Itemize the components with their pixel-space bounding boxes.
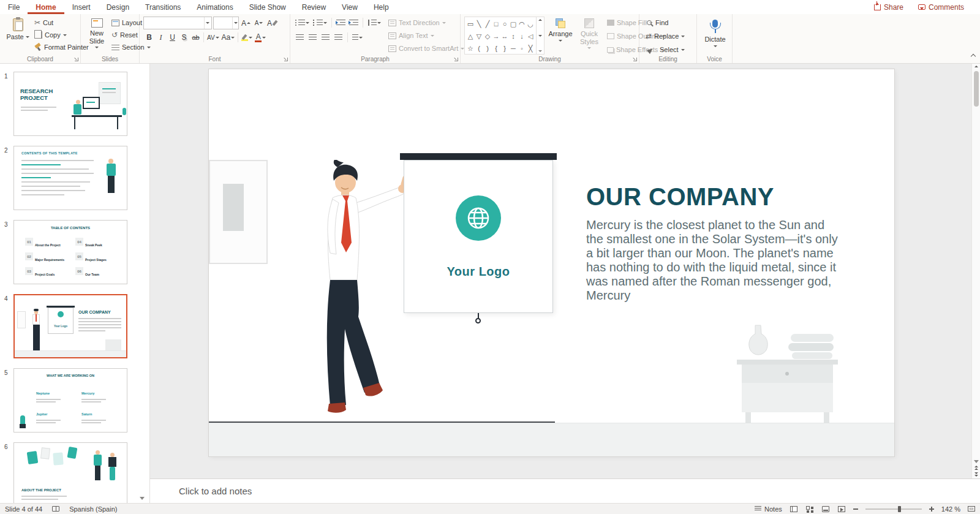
text-direction-button[interactable]: Text Direction (386, 17, 467, 29)
paste-button[interactable]: Paste (4, 17, 32, 53)
slide-thumbnail-2[interactable]: CONTENTS OF THIS TEMPLATE (13, 146, 127, 210)
collapse-ribbon-button[interactable] (971, 50, 975, 61)
notes-placeholder[interactable]: Click to add notes (150, 486, 252, 496)
reading-view-button[interactable] (821, 505, 830, 513)
italic-button[interactable]: I (155, 31, 167, 43)
shape-cell[interactable]: ╱ (486, 21, 490, 28)
slide-sorter-view-button[interactable] (805, 505, 814, 513)
find-button[interactable]: Find (643, 17, 694, 29)
shape-cell[interactable]: ◁ (528, 33, 533, 40)
shape-cell[interactable]: ▽ (477, 33, 481, 40)
font-name-dropdown[interactable] (204, 17, 211, 29)
shape-cell[interactable]: ◡ (527, 21, 533, 28)
shape-cell[interactable]: ↓ (520, 33, 524, 40)
clear-formatting-button[interactable]: A (266, 17, 279, 29)
arrange-button[interactable]: Arrange (547, 17, 574, 56)
slide-canvas-area[interactable]: Your Logo OUR COMPANY Mercury is the clo… (150, 64, 971, 478)
align-left-button[interactable] (294, 31, 306, 43)
decrease-indent-button[interactable] (335, 17, 347, 29)
nightstand-illustration[interactable] (737, 322, 838, 428)
text-shadow-button[interactable]: S (178, 31, 190, 43)
spell-check-icon[interactable] (52, 506, 59, 512)
shape-cell[interactable]: ╲ (477, 21, 481, 28)
vertical-scrollbar[interactable] (971, 64, 980, 478)
line-spacing-button[interactable] (366, 17, 382, 29)
font-name-input[interactable] (144, 17, 204, 29)
comments-button[interactable]: Comments (918, 3, 964, 12)
shape-cell[interactable]: { (495, 45, 497, 52)
new-slide-button[interactable]: New Slide (85, 17, 109, 53)
shrink-font-button[interactable]: A (253, 17, 265, 29)
shape-cell[interactable]: } (503, 45, 506, 52)
zoom-slider[interactable] (865, 508, 922, 510)
strikethrough-button[interactable]: ab (190, 31, 202, 43)
change-case-button[interactable]: Aa (221, 31, 236, 43)
tab-file[interactable]: File (0, 0, 28, 14)
character-spacing-button[interactable]: AV (206, 31, 221, 43)
shape-cell[interactable]: ▢ (510, 21, 516, 28)
bullets-button[interactable] (294, 17, 311, 29)
fit-slide-to-window-button[interactable] (968, 506, 975, 512)
slideshow-view-button[interactable] (837, 505, 846, 513)
shape-cell[interactable]: ) (486, 45, 489, 52)
thumbnail-scroll-down-button[interactable] (137, 494, 147, 502)
font-color-button[interactable]: A (254, 31, 267, 43)
select-button[interactable]: Select (643, 43, 694, 56)
columns-button[interactable] (351, 31, 364, 43)
whiteboard-graphic[interactable] (209, 160, 268, 264)
tab-animations[interactable]: Animations (189, 0, 241, 14)
scrollbar-thumb[interactable] (974, 71, 979, 107)
align-right-button[interactable] (320, 31, 331, 43)
notes-pane[interactable]: Click to add notes (150, 478, 980, 503)
slide-title[interactable]: OUR COMPANY (586, 183, 774, 211)
slide-thumbnail-4-selected[interactable]: Your Logo OUR COMPANY (13, 294, 127, 358)
tab-slideshow[interactable]: Slide Show (241, 0, 294, 14)
tab-home[interactable]: Home (28, 0, 64, 14)
slide-thumbnail-5[interactable]: WHAT WE ARE WORKING ON Neptune Mercury J… (13, 368, 127, 433)
tab-transitions[interactable]: Transitions (137, 0, 189, 14)
shape-cell[interactable]: ↕ (511, 33, 515, 40)
slide-thumbnail-1[interactable]: RESEARCH PROJECT (13, 72, 127, 136)
current-slide[interactable]: Your Logo OUR COMPANY Mercury is the clo… (209, 69, 894, 456)
bold-button[interactable]: B (143, 31, 155, 43)
font-name-combo[interactable] (143, 17, 212, 29)
replace-button[interactable]: ⇄ Replace (643, 30, 694, 42)
logo-placeholder-text[interactable]: Your Logo (404, 265, 552, 279)
shape-cell[interactable]: ▭ (467, 21, 473, 28)
shape-cell[interactable]: ╳ (529, 45, 533, 52)
shape-cell[interactable]: ◇ (485, 33, 490, 40)
dictate-button[interactable]: Dictate (701, 17, 729, 49)
align-text-button[interactable]: Align Text (386, 29, 467, 42)
shape-cell[interactable]: ◠ (519, 21, 525, 28)
convert-smartart-button[interactable]: Convert to SmartArt (386, 42, 467, 55)
shape-cell[interactable]: ─ (511, 45, 516, 52)
scroll-down-arrow[interactable] (974, 460, 979, 463)
quick-styles-button[interactable]: Quick Styles (576, 17, 602, 56)
slide-thumbnail-6[interactable]: ABOUT THE PROJECT (13, 442, 127, 503)
tab-review[interactable]: Review (294, 0, 334, 14)
scroll-up-arrow[interactable] (974, 66, 978, 67)
slide-thumbnail-3[interactable]: TABLE OF CONTENTS 01About the Project 02… (13, 220, 127, 284)
tab-view[interactable]: View (334, 0, 366, 14)
projector-screen[interactable]: Your Logo (404, 160, 553, 313)
grow-font-button[interactable]: A (240, 17, 252, 29)
zoom-level[interactable]: 142 % (941, 505, 960, 513)
shape-cell[interactable]: □ (494, 21, 499, 28)
shape-cell[interactable]: ☆ (467, 45, 473, 52)
previous-slide-button[interactable] (974, 466, 978, 470)
language-button[interactable]: Spanish (Spain) (69, 505, 117, 513)
justify-button[interactable] (333, 31, 344, 43)
shape-cell[interactable]: △ (468, 33, 473, 40)
shape-cell[interactable]: ○ (503, 21, 507, 28)
zoom-slider-thumb[interactable] (898, 506, 901, 512)
next-slide-button[interactable] (974, 472, 978, 477)
shape-cell[interactable]: ( (478, 45, 480, 52)
share-button[interactable]: Share (874, 3, 903, 12)
underline-button[interactable]: U (167, 31, 178, 43)
numbering-button[interactable] (312, 17, 328, 29)
normal-view-button[interactable] (790, 505, 798, 513)
tab-insert[interactable]: Insert (64, 0, 99, 14)
shape-cell[interactable]: ◦ (521, 45, 523, 52)
clipboard-dialog-launcher[interactable] (75, 58, 78, 61)
align-center-button[interactable] (307, 31, 318, 43)
